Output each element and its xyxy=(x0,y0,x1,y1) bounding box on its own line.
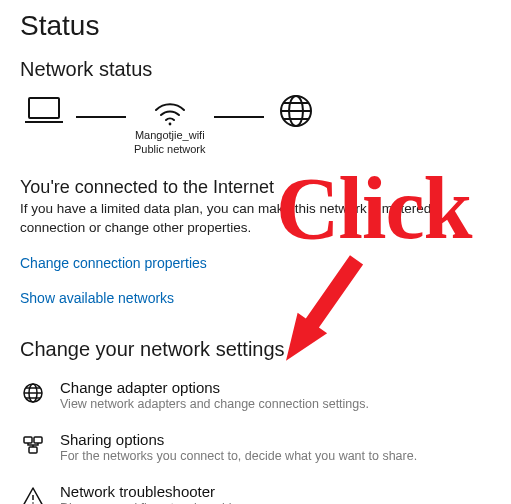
change-connection-properties-link[interactable]: Change connection properties xyxy=(20,255,207,271)
sharing-icon xyxy=(20,431,46,457)
network-troubleshooter[interactable]: Network troubleshooter Diagnose and fix … xyxy=(20,483,491,504)
svg-point-1 xyxy=(168,123,171,126)
sharing-desc: For the networks you connect to, decide … xyxy=(60,449,491,463)
connected-desc: If you have a limited data plan, you can… xyxy=(20,200,450,238)
wifi-type-label: Public network xyxy=(134,142,206,156)
change-settings-heading: Change your network settings xyxy=(20,338,491,361)
adapter-desc: View network adapters and change connect… xyxy=(60,397,491,411)
laptop-icon xyxy=(22,95,66,127)
sharing-options[interactable]: Sharing options For the networks you con… xyxy=(20,431,491,463)
adapter-globe-icon xyxy=(20,379,46,405)
connected-heading: You're connected to the Internet xyxy=(20,177,491,198)
svg-rect-8 xyxy=(29,447,37,453)
svg-point-9 xyxy=(32,502,34,504)
svg-rect-0 xyxy=(29,98,59,118)
show-available-networks-link[interactable]: Show available networks xyxy=(20,290,174,306)
page-title: Status xyxy=(20,10,491,42)
wifi-name-label: Mangotjie_wifi xyxy=(134,128,206,142)
change-adapter-options[interactable]: Change adapter options View network adap… xyxy=(20,379,491,411)
troubleshooter-label: Network troubleshooter xyxy=(60,483,491,500)
sharing-label: Sharing options xyxy=(60,431,491,448)
adapter-label: Change adapter options xyxy=(60,379,491,396)
network-diagram: Mangotjie_wifi Public network xyxy=(20,93,491,159)
svg-rect-6 xyxy=(24,437,32,443)
svg-rect-7 xyxy=(34,437,42,443)
wifi-icon xyxy=(152,96,188,126)
network-status-heading: Network status xyxy=(20,58,491,81)
globe-icon xyxy=(278,93,314,129)
warning-icon xyxy=(20,483,46,504)
